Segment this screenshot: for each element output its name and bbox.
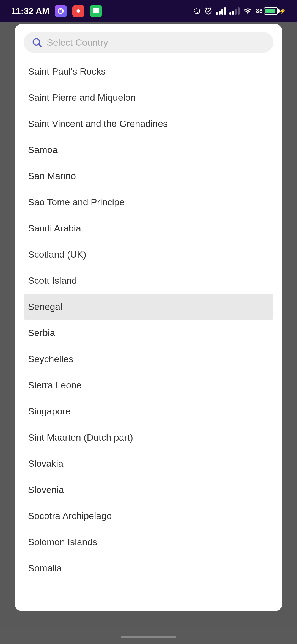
search-bar[interactable]: Select Country [24, 32, 273, 53]
svg-point-0 [77, 9, 80, 13]
list-item[interactable]: Sierra Leone [24, 372, 273, 398]
list-item[interactable]: Scott Island [24, 268, 273, 294]
list-item[interactable]: Seychelles [24, 346, 273, 372]
app-icon-record [72, 5, 84, 17]
list-item[interactable]: Saint Pierre and Miquelon [24, 84, 273, 111]
list-item[interactable]: Scotland (UK) [24, 241, 273, 268]
list-item[interactable]: Samoa [24, 137, 273, 163]
svg-line-2 [39, 45, 41, 47]
alarm-icon [204, 7, 213, 15]
battery-icon [264, 7, 278, 15]
list-item[interactable]: Socotra Archipelago [24, 503, 273, 529]
country-selector-modal: Select Country Saint Paul's RocksSaint P… [15, 24, 282, 611]
battery-container: 88 ⚡ [256, 7, 286, 15]
country-list[interactable]: Saint Paul's RocksSaint Pierre and Mique… [15, 58, 282, 611]
list-item[interactable]: Sao Tome and Principe [24, 189, 273, 215]
signal-bars-2 [229, 7, 240, 15]
list-item[interactable]: Saudi Arabia [24, 215, 273, 241]
list-item[interactable]: Slovakia [24, 451, 273, 477]
status-time: 11:32 AM [11, 6, 49, 16]
home-indicator [121, 636, 176, 638]
status-bar: 11:32 AM [0, 0, 297, 22]
signal-bars-1 [216, 7, 226, 15]
list-item[interactable]: Saint Vincent and the Grenadines [24, 111, 273, 137]
search-container: Select Country [15, 24, 282, 58]
list-item[interactable]: Senegal [24, 294, 273, 320]
wifi-icon [243, 7, 253, 15]
charging-icon: ⚡ [279, 8, 286, 14]
list-item[interactable]: Slovenia [24, 477, 273, 503]
search-placeholder[interactable]: Select Country [47, 37, 108, 48]
status-icons: 88 ⚡ [193, 7, 286, 15]
list-item[interactable]: Sint Maarten (Dutch part) [24, 424, 273, 451]
app-icon-chat [90, 5, 102, 17]
mute-icon [193, 7, 201, 15]
list-item[interactable]: Singapore [24, 398, 273, 424]
list-item[interactable]: Solomon Islands [24, 529, 273, 555]
search-icon [31, 37, 42, 48]
app-icon-messenger [55, 5, 67, 17]
list-item[interactable]: San Marino [24, 163, 273, 189]
list-item[interactable]: Serbia [24, 320, 273, 346]
list-item[interactable]: Saint Paul's Rocks [24, 58, 273, 84]
list-item[interactable]: Somalia [24, 555, 273, 581]
